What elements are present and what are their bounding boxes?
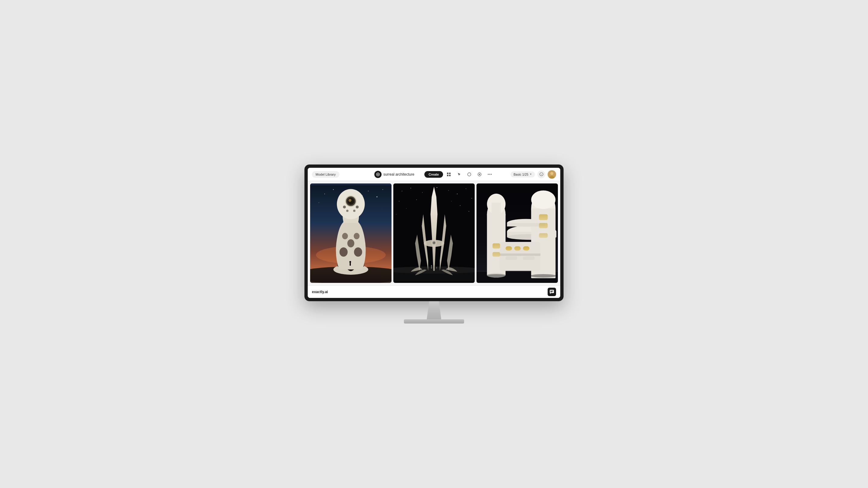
svg-point-36 [333, 189, 334, 190]
svg-rect-92 [523, 256, 535, 260]
svg-point-34 [353, 210, 355, 212]
svg-point-51 [466, 189, 466, 189]
svg-point-38 [376, 196, 377, 197]
svg-point-43 [349, 261, 351, 263]
svg-rect-102 [550, 290, 554, 293]
toolbar-right: Basic 1/25 ▼ i [497, 170, 556, 178]
svg-rect-90 [523, 246, 529, 250]
svg-point-58 [416, 199, 417, 200]
svg-point-37 [368, 191, 369, 191]
comment-icon[interactable] [465, 170, 473, 178]
svg-point-70 [434, 265, 435, 266]
svg-point-56 [469, 211, 469, 212]
svg-point-33 [346, 210, 349, 212]
svg-rect-97 [539, 214, 548, 220]
svg-point-48 [436, 187, 437, 188]
search-input[interactable] [383, 172, 423, 176]
model-library-button[interactable]: Model Library [312, 171, 339, 178]
svg-point-25 [354, 233, 360, 239]
svg-point-54 [406, 208, 407, 208]
chevron-down-icon: ▼ [530, 173, 532, 175]
svg-rect-71 [436, 267, 437, 269]
svg-point-45 [402, 191, 402, 191]
svg-rect-4 [447, 175, 448, 176]
svg-point-22 [354, 247, 362, 257]
svg-point-55 [460, 205, 461, 206]
monitor-bezel: Model Library Create [304, 164, 564, 301]
avatar[interactable] [548, 170, 556, 178]
monitor-wrapper: Model Library Create [304, 164, 564, 324]
plan-label: Basic 1/25 [514, 173, 528, 176]
svg-point-15 [550, 172, 553, 175]
svg-point-57 [396, 214, 396, 215]
svg-point-11 [491, 174, 492, 175]
svg-point-23 [347, 239, 354, 247]
settings-icon[interactable] [475, 170, 484, 178]
svg-point-100 [485, 274, 507, 278]
svg-rect-69 [434, 267, 435, 269]
svg-rect-103 [550, 291, 553, 291]
svg-rect-95 [493, 243, 500, 249]
svg-point-10 [490, 174, 490, 175]
svg-rect-79 [492, 203, 501, 217]
svg-point-1 [377, 174, 378, 175]
svg-point-24 [342, 233, 348, 239]
svg-rect-89 [514, 246, 521, 250]
plan-badge[interactable]: Basic 1/25 ▼ [510, 171, 535, 177]
svg-rect-42 [350, 263, 351, 266]
svg-rect-88 [505, 246, 512, 250]
svg-point-49 [448, 190, 449, 191]
svg-rect-86 [500, 242, 540, 271]
svg-rect-67 [431, 266, 432, 269]
create-button[interactable]: Create [424, 171, 443, 178]
chat-support-button[interactable] [548, 288, 556, 296]
toolbar-left: Model Library [312, 171, 371, 178]
svg-rect-99 [539, 233, 548, 238]
svg-point-39 [318, 202, 319, 203]
svg-point-35 [324, 194, 325, 194]
svg-rect-98 [539, 223, 548, 228]
toolbar-center: Create [374, 170, 494, 178]
monitor-stand-base [404, 319, 464, 324]
svg-point-9 [488, 174, 489, 175]
svg-point-41 [362, 195, 363, 196]
svg-point-66 [433, 241, 434, 243]
image-grid [308, 181, 560, 285]
svg-rect-5 [449, 175, 451, 176]
svg-point-85 [531, 190, 555, 209]
svg-rect-3 [449, 173, 451, 174]
svg-rect-104 [550, 292, 553, 292]
svg-point-6 [468, 173, 471, 176]
notification-button[interactable]: i [537, 170, 545, 178]
svg-point-40 [382, 189, 383, 190]
toolbar-icons [445, 170, 494, 178]
svg-point-52 [471, 198, 472, 198]
svg-rect-87 [500, 254, 540, 256]
svg-rect-91 [505, 256, 517, 260]
svg-point-21 [339, 247, 347, 257]
screen: Model Library Create [308, 168, 560, 298]
toolbar: Model Library Create [308, 168, 560, 181]
model-logo-icon [374, 171, 381, 178]
svg-point-53 [399, 201, 400, 201]
svg-point-47 [422, 192, 423, 193]
svg-point-46 [410, 188, 411, 189]
svg-rect-96 [493, 252, 500, 257]
cursor-icon[interactable] [455, 170, 463, 178]
monitor-stand-neck [422, 301, 446, 319]
svg-point-30 [348, 199, 351, 202]
svg-rect-2 [447, 173, 448, 174]
image-cell-1[interactable] [310, 184, 392, 283]
more-icon[interactable] [486, 170, 494, 178]
svg-point-50 [457, 194, 458, 194]
brand-label: exactly.ai [312, 290, 328, 294]
image-cell-2[interactable] [393, 184, 475, 283]
svg-point-68 [431, 265, 432, 266]
svg-text:i: i [541, 173, 541, 176]
svg-point-101 [530, 274, 556, 278]
footer: exactly.ai [308, 285, 560, 298]
image-cell-3[interactable] [476, 184, 558, 283]
svg-point-8 [479, 174, 480, 175]
grid-icon[interactable] [445, 170, 453, 178]
svg-point-32 [355, 205, 359, 208]
